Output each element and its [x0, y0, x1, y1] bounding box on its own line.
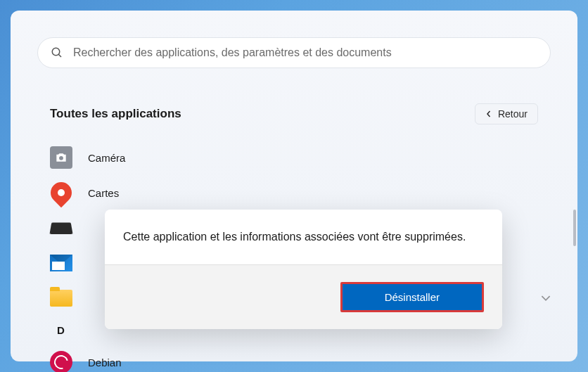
chevron-down-icon — [541, 293, 551, 303]
chevron-left-icon — [485, 110, 492, 117]
app-label: Caméra — [88, 152, 125, 164]
app-item-camera[interactable]: Caméra — [50, 140, 538, 175]
back-label: Retour — [498, 108, 528, 120]
camera-icon — [50, 146, 72, 169]
back-button[interactable]: Retour — [475, 103, 538, 124]
start-menu-panel: Toutes les applications Retour Caméra Ca… — [11, 11, 577, 361]
svg-point-2 — [59, 156, 63, 160]
folder-icon — [50, 287, 72, 309]
search-icon — [51, 46, 63, 59]
uninstall-dialog: Cette application et les informations as… — [105, 210, 502, 329]
app-item-maps[interactable]: Cartes — [50, 175, 538, 210]
debian-icon — [50, 351, 72, 372]
scrollbar-thumb[interactable] — [573, 210, 576, 246]
search-input[interactable] — [73, 46, 537, 59]
svg-point-0 — [52, 48, 60, 56]
maps-icon — [50, 181, 72, 204]
dialog-footer: Désinstaller — [105, 264, 502, 329]
dialog-message: Cette application et les informations as… — [105, 210, 502, 264]
svg-line-1 — [58, 54, 61, 57]
uninstall-button[interactable]: Désinstaller — [340, 282, 484, 312]
mail-icon — [50, 252, 72, 274]
app-label: Cartes — [88, 187, 119, 199]
app-item-debian[interactable]: Debian — [50, 345, 538, 372]
search-bar[interactable] — [37, 37, 551, 68]
cast-icon — [50, 217, 72, 239]
all-apps-title: Toutes les applications — [50, 107, 181, 121]
app-label: Debian — [88, 357, 122, 368]
